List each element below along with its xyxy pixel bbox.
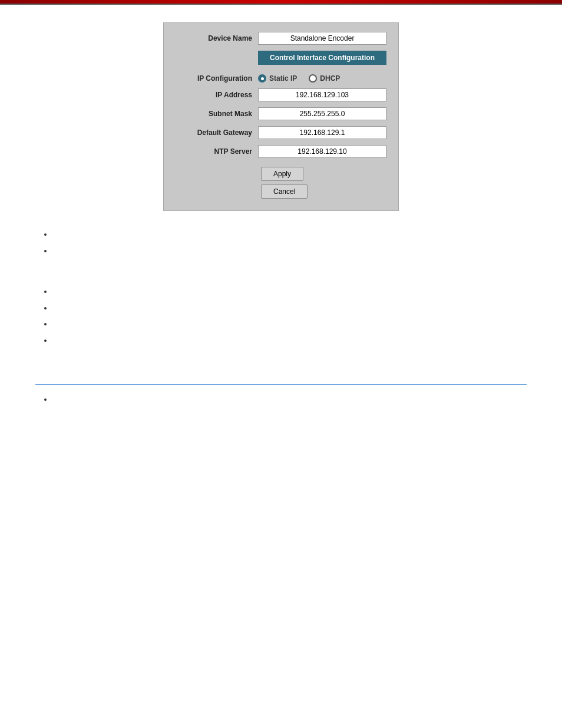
list-item (53, 245, 527, 257)
static-ip-label: Static IP (269, 74, 297, 83)
device-name-label: Device Name (176, 34, 258, 42)
ip-address-label: IP Address (176, 91, 258, 99)
list-item (53, 394, 527, 406)
link-separator (35, 384, 527, 385)
static-ip-circle (258, 74, 266, 83)
ntp-server-input[interactable] (258, 145, 386, 158)
list-item (53, 229, 527, 241)
bullets-section-2 (35, 286, 527, 346)
list-item (53, 318, 527, 330)
default-gateway-input[interactable] (258, 126, 386, 139)
cancel-button[interactable]: Cancel (261, 185, 308, 199)
device-name-input[interactable] (258, 32, 386, 45)
subnet-mask-label: Subnet Mask (176, 110, 258, 118)
bullets-section-1 (35, 229, 527, 256)
dhcp-label: DHCP (320, 74, 340, 83)
apply-button[interactable]: Apply (261, 167, 303, 181)
ip-address-input[interactable] (258, 88, 386, 101)
form-panel: Device Name Control Interface Configurat… (163, 22, 399, 211)
ntp-server-label: NTP Server (176, 147, 258, 156)
default-gateway-label: Default Gateway (176, 129, 258, 137)
list-item (53, 286, 527, 298)
bullets-section-3 (35, 394, 527, 406)
dhcp-circle (309, 74, 317, 83)
subnet-mask-input[interactable] (258, 107, 386, 120)
static-ip-radio[interactable]: Static IP (258, 74, 297, 83)
dhcp-radio[interactable]: DHCP (309, 74, 340, 83)
section-header: Control Interface Configuration (258, 51, 386, 65)
ip-config-label: IP Configuration (176, 74, 258, 83)
list-item (53, 335, 527, 347)
list-item (53, 302, 527, 314)
